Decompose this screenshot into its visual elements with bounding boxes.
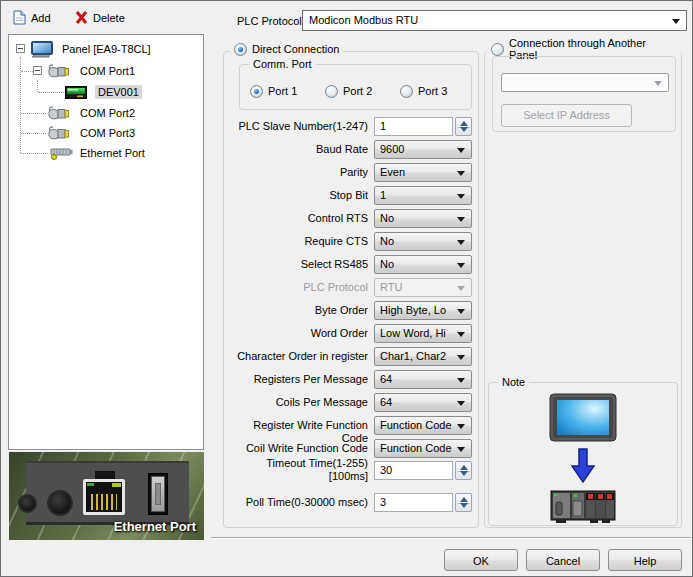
chevron-down-icon: [457, 401, 465, 406]
tree-item-dev001[interactable]: DEV001: [95, 83, 142, 101]
comm-port-radio-port-1[interactable]: Port 1: [250, 83, 297, 99]
spinner-poll-time-0-30000-msec[interactable]: 3: [374, 493, 472, 512]
com-port-icon: [47, 106, 71, 123]
tree-guide-line: [21, 153, 48, 154]
tree-expand-toggle[interactable]: [16, 44, 25, 53]
field-label-text: Byte Order: [224, 304, 368, 317]
tree-item-com-port1[interactable]: COM Port1: [77, 62, 138, 80]
add-button[interactable]: Add: [13, 9, 51, 27]
field-label-poll-time-0-30000-msec: Poll Time(0-30000 msec): [224, 496, 368, 509]
tree-guide-line: [38, 92, 64, 93]
spinner-input[interactable]: 3: [374, 493, 453, 512]
combo-value: RTU: [380, 281, 402, 293]
help-button[interactable]: Help: [608, 549, 682, 571]
combo-value: 9600: [380, 143, 404, 155]
tree-item-com-port2[interactable]: COM Port2: [77, 104, 138, 122]
plc-protocol-label: PLC Protocol:: [237, 15, 305, 27]
combo-registers-per-message[interactable]: 64: [374, 370, 472, 389]
combo-value: No: [380, 212, 394, 224]
spin-up-icon[interactable]: [460, 465, 468, 470]
panel-icon: [29, 40, 55, 61]
device-setup-dialog: Add Delete PLC Protocol: Modicon Modbus …: [0, 0, 693, 577]
field-label-require-cts: Require CTS: [224, 235, 368, 248]
combo-value: 1: [380, 189, 386, 201]
chevron-down-icon: [457, 148, 465, 153]
spin-down-icon[interactable]: [460, 503, 468, 508]
field-label-text: Baud Rate: [224, 143, 368, 156]
another-panel-radio[interactable]: Connection through Another Panel: [487, 41, 681, 57]
comm-port-radio-port-3[interactable]: Port 3: [400, 83, 447, 99]
field-label-timeout-time-1-255: Timeout Time(1-255)[100ms]: [224, 457, 368, 483]
field-label-stop-bit: Stop Bit: [224, 189, 368, 202]
combo-value: No: [380, 235, 394, 247]
arrow-down-icon: [570, 448, 596, 486]
tree-item-panel-ea9-t8cl-[interactable]: Panel [EA9-T8CL]: [59, 40, 154, 58]
note-group-label: Note: [498, 375, 529, 389]
rj45-tab: [95, 471, 115, 479]
chevron-down-icon: [672, 19, 680, 24]
field-label-select-rs485: Select RS485: [224, 258, 368, 271]
field-label-text: PLC Protocol: [224, 281, 368, 294]
spinner-buttons[interactable]: [455, 493, 472, 512]
comm-port-radio-port-2[interactable]: Port 2: [325, 83, 372, 99]
ethernet-port-photo: Ethernet Port: [9, 452, 204, 540]
combo-parity[interactable]: Even: [374, 163, 472, 182]
spin-down-icon[interactable]: [460, 127, 468, 132]
radio-icon: [250, 85, 263, 98]
tree-guide-line: [21, 71, 33, 72]
usb-port-icon: [148, 473, 168, 515]
chevron-down-icon: [457, 447, 465, 452]
combo-baud-rate[interactable]: 9600: [374, 140, 472, 159]
plc-protocol-select[interactable]: Modicon Modbus RTU: [302, 10, 687, 31]
chevron-down-icon: [457, 355, 465, 360]
select-ip-address-button: Select IP Address: [501, 104, 632, 127]
tree-item-label: COM Port3: [77, 126, 138, 140]
spin-down-icon[interactable]: [460, 471, 468, 476]
spinner-input[interactable]: 1: [374, 117, 453, 136]
delete-button[interactable]: Delete: [75, 9, 125, 27]
combo-stop-bit[interactable]: 1: [374, 186, 472, 205]
field-label-text: PLC Slave Number(1-247): [224, 120, 368, 133]
chevron-down-icon: [457, 263, 465, 268]
combo-coils-per-message[interactable]: 64: [374, 393, 472, 412]
direct-connection-radio[interactable]: Direct Connection: [230, 41, 343, 57]
spin-up-icon[interactable]: [460, 121, 468, 126]
field-label-text: Coil Write Function Code: [224, 442, 368, 455]
cancel-button[interactable]: Cancel: [526, 549, 600, 571]
tree-item-com-port3[interactable]: COM Port3: [77, 124, 138, 142]
combo-select-rs485[interactable]: No: [374, 255, 472, 274]
device-tree[interactable]: Panel [EA9-T8CL]COM Port1DEV001COM Port2…: [8, 34, 204, 450]
spinner-timeout-time-1-255[interactable]: 30: [374, 461, 472, 480]
combo-character-order-in-register[interactable]: Char1, Char2: [374, 347, 472, 366]
tree-item-ethernet-port[interactable]: Ethernet Port: [77, 144, 148, 162]
spinner-plc-slave-number-1-247[interactable]: 1: [374, 117, 472, 136]
field-label-text: Character Order in register: [224, 350, 368, 363]
field-label-parity: Parity: [224, 166, 368, 179]
combo-control-rts[interactable]: No: [374, 209, 472, 228]
field-label-baud-rate: Baud Rate: [224, 143, 368, 156]
another-panel-subpanel: Select IP Address: [492, 56, 676, 132]
combo-byte-order[interactable]: High Byte, Lo: [374, 301, 472, 320]
audio-jack-icon: [47, 490, 73, 516]
spinner-buttons[interactable]: [455, 461, 472, 480]
tree-item-label: COM Port1: [77, 64, 138, 78]
combo-word-order[interactable]: Low Word, Hi: [374, 324, 472, 343]
combo-register-write-function-code[interactable]: Function Code: [374, 416, 472, 435]
radio-icon: [400, 85, 413, 98]
hmi-panel-icon: [549, 393, 617, 445]
field-label-registers-per-message: Registers Per Message: [224, 373, 368, 386]
rj45-port-icon: [83, 479, 125, 515]
spinner-buttons[interactable]: [455, 117, 472, 136]
tree-expand-toggle[interactable]: [33, 66, 42, 75]
combo-value: Char1, Char2: [380, 350, 446, 362]
combo-value: Even: [380, 166, 405, 178]
spin-up-icon[interactable]: [460, 497, 468, 502]
spinner-input[interactable]: 30: [374, 461, 453, 480]
add-document-icon: [13, 10, 26, 27]
combo-coil-write-function-code[interactable]: Function Code: [374, 439, 472, 458]
combo-require-cts[interactable]: No: [374, 232, 472, 251]
yellow-led: [112, 483, 121, 487]
note-group: Note: [488, 382, 678, 526]
ok-button[interactable]: OK: [444, 549, 518, 571]
field-label-coil-write-function-code: Coil Write Function Code: [224, 442, 368, 455]
